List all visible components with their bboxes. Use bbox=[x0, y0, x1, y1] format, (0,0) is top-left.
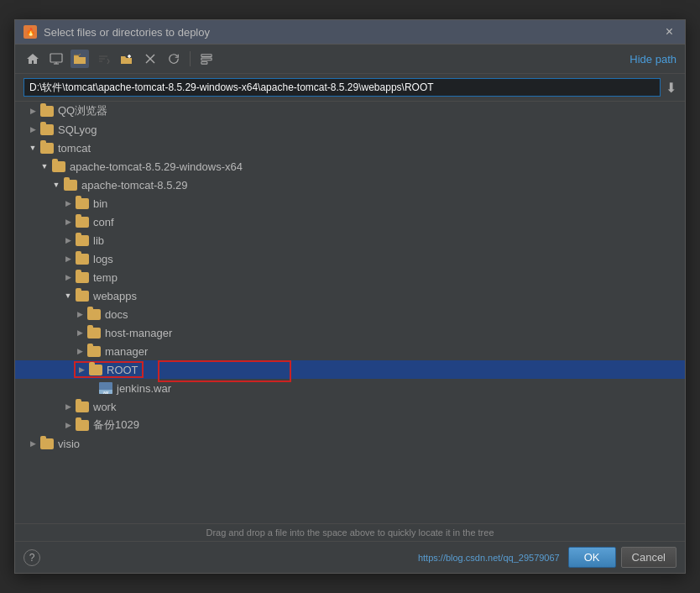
tree-item-docs[interactable]: ▶ docs bbox=[15, 305, 685, 323]
tree-item-manager[interactable]: ▶ manager bbox=[15, 342, 685, 360]
tree-arrow-docs: ▶ bbox=[74, 308, 86, 320]
status-bar: Drag and drop a file into the space abov… bbox=[15, 523, 685, 541]
tree-arrow-ROOT: ▶ bbox=[76, 364, 87, 375]
toolbar-separator bbox=[190, 51, 191, 66]
tree-label-bin: bin bbox=[93, 197, 107, 210]
refresh-button[interactable] bbox=[165, 50, 183, 68]
dialog-icon: 🔥 bbox=[24, 25, 37, 39]
tree-label-tomcat: tomcat bbox=[58, 142, 91, 155]
file-tree[interactable]: ▶ QQ浏览器 ▶ SQLyog ▼ tomcat ▼ bbox=[15, 102, 685, 523]
path-input[interactable] bbox=[24, 78, 661, 97]
tree-arrow-sqlyog: ▶ bbox=[27, 123, 39, 135]
folder-icon-conf bbox=[76, 217, 89, 228]
help-button[interactable]: ? bbox=[24, 549, 40, 566]
tree-label-webapps: webapps bbox=[93, 290, 137, 302]
tree-item-logs[interactable]: ▶ logs bbox=[15, 249, 685, 268]
bottom-url: https://blog.csdn.net/qq_29579067 bbox=[40, 553, 560, 563]
folder-icon-sqlyog bbox=[40, 124, 54, 135]
folder-icon-visio bbox=[40, 438, 54, 449]
hide-path-button[interactable]: Hide path bbox=[629, 53, 676, 66]
tree-item-lib[interactable]: ▶ lib bbox=[15, 231, 685, 249]
toolbar: Hide path bbox=[15, 45, 685, 74]
path-download-button[interactable]: ⬇ bbox=[666, 80, 676, 96]
folder-icon-manager bbox=[87, 346, 101, 357]
tree-label-work: work bbox=[93, 401, 116, 413]
tree-arrow-logs: ▶ bbox=[62, 253, 74, 265]
tree-label-lib: lib bbox=[93, 234, 104, 247]
tree-item-bin[interactable]: ▶ bin bbox=[15, 194, 685, 213]
folder-icon-ROOT bbox=[89, 365, 102, 375]
svg-rect-9 bbox=[201, 62, 207, 65]
title-bar: 🔥 Select files or directories to deploy … bbox=[15, 20, 685, 45]
dialog: 🔥 Select files or directories to deploy … bbox=[14, 19, 686, 574]
dialog-overlay: 🔥 Select files or directories to deploy … bbox=[6, 11, 694, 582]
tree-arrow-qq: ▶ bbox=[27, 105, 39, 117]
tree-item-temp[interactable]: ▶ temp bbox=[15, 268, 685, 286]
tree-item-ROOT[interactable]: ▶ ROOT bbox=[15, 360, 685, 379]
tree-item-backup[interactable]: ▶ 备份1029 bbox=[15, 416, 685, 434]
tree-item-jenkins[interactable]: ▶ war jenkins.war bbox=[15, 379, 685, 397]
tree-arrow-apache-8529: ▼ bbox=[50, 179, 62, 191]
svg-rect-8 bbox=[201, 58, 212, 60]
tree-label-backup: 备份1029 bbox=[93, 417, 139, 433]
desktop-button[interactable] bbox=[47, 50, 65, 68]
folder-icon-apache-8529 bbox=[64, 180, 77, 191]
tree-label-apache-x64: apache-tomcat-8.5.29-windows-x64 bbox=[70, 160, 243, 173]
tree-label-docs: docs bbox=[105, 308, 128, 321]
close-button[interactable]: × bbox=[662, 25, 676, 39]
tree-label-logs: logs bbox=[93, 253, 113, 265]
tree-arrow-temp: ▶ bbox=[62, 271, 74, 283]
delete-button[interactable] bbox=[141, 50, 159, 68]
path-bar: ⬇ bbox=[15, 74, 685, 102]
open-folder-button[interactable] bbox=[71, 50, 89, 68]
collapse-button[interactable] bbox=[94, 50, 112, 68]
tree-arrow-host-manager: ▶ bbox=[74, 327, 86, 338]
folder-icon-tomcat bbox=[40, 143, 54, 154]
dialog-title: Select files or directories to deploy bbox=[44, 26, 662, 39]
tree-item-conf[interactable]: ▶ conf bbox=[15, 213, 685, 231]
buttons-row: ? https://blog.csdn.net/qq_29579067 OK C… bbox=[15, 541, 685, 573]
folder-icon-logs bbox=[76, 254, 89, 265]
folder-icon-temp bbox=[76, 272, 89, 283]
tree-item-qq[interactable]: ▶ QQ浏览器 bbox=[15, 102, 685, 120]
war-file-icon: war bbox=[99, 382, 112, 394]
tree-arrow-work: ▶ bbox=[62, 401, 74, 412]
tree-item-visio[interactable]: ▶ visio bbox=[15, 434, 685, 453]
tree-item-apache-x64[interactable]: ▼ apache-tomcat-8.5.29-windows-x64 bbox=[15, 157, 685, 176]
tree-item-work[interactable]: ▶ work bbox=[15, 397, 685, 416]
tree-label-ROOT: ROOT bbox=[107, 364, 138, 376]
tree-label-host-manager: host-manager bbox=[105, 327, 172, 339]
tree-label-jenkins: jenkins.war bbox=[117, 382, 171, 395]
tree-item-webapps[interactable]: ▼ webapps bbox=[15, 286, 685, 305]
cancel-button[interactable]: Cancel bbox=[621, 547, 676, 568]
tree-arrow-conf: ▶ bbox=[62, 216, 74, 228]
status-hint: Drag and drop a file into the space abov… bbox=[206, 527, 494, 538]
home-button[interactable] bbox=[24, 50, 42, 68]
tree-arrow-bin: ▶ bbox=[62, 197, 74, 209]
folder-icon-host-manager bbox=[87, 328, 101, 338]
tree-item-tomcat[interactable]: ▼ tomcat bbox=[15, 139, 685, 157]
tree-arrow-visio: ▶ bbox=[27, 438, 39, 449]
tree-arrow-backup: ▶ bbox=[62, 419, 74, 431]
tree-label-manager: manager bbox=[105, 345, 148, 358]
tree-arrow-lib: ▶ bbox=[62, 234, 74, 246]
tree-label-temp: temp bbox=[93, 271, 118, 284]
tree-item-host-manager[interactable]: ▶ host-manager bbox=[15, 323, 685, 342]
folder-icon-bin bbox=[76, 198, 89, 209]
new-folder-button[interactable] bbox=[118, 50, 136, 68]
folder-icon-lib bbox=[76, 235, 89, 246]
svg-rect-7 bbox=[201, 55, 212, 57]
tree-arrow-webapps: ▼ bbox=[62, 290, 74, 302]
tree-item-sqlyog[interactable]: ▶ SQLyog bbox=[15, 120, 685, 139]
folder-icon-docs bbox=[87, 309, 101, 320]
folder-icon-backup bbox=[76, 420, 89, 431]
more-button[interactable] bbox=[197, 50, 216, 68]
ok-button[interactable]: OK bbox=[568, 547, 616, 568]
tree-item-apache-8529[interactable]: ▼ apache-tomcat-8.5.29 bbox=[15, 176, 685, 194]
tree-label-sqlyog: SQLyog bbox=[58, 123, 97, 136]
folder-icon-qq bbox=[40, 106, 54, 117]
folder-icon-apache-x64 bbox=[52, 161, 65, 172]
folder-icon-webapps bbox=[76, 291, 89, 302]
tree-arrow-apache-x64: ▼ bbox=[39, 160, 50, 172]
tree-label-qq: QQ浏览器 bbox=[58, 103, 107, 118]
